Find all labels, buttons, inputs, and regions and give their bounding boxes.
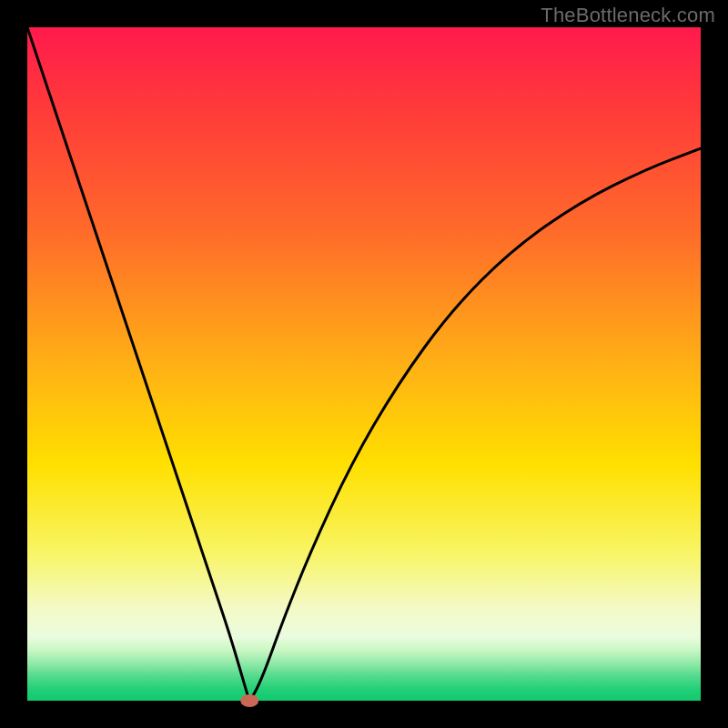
bottleneck-chart — [0, 0, 728, 728]
watermark-label: TheBottleneck.com — [541, 4, 715, 27]
minimum-marker — [240, 694, 258, 707]
plot-background — [27, 27, 701, 701]
chart-frame: TheBottleneck.com — [0, 0, 728, 728]
